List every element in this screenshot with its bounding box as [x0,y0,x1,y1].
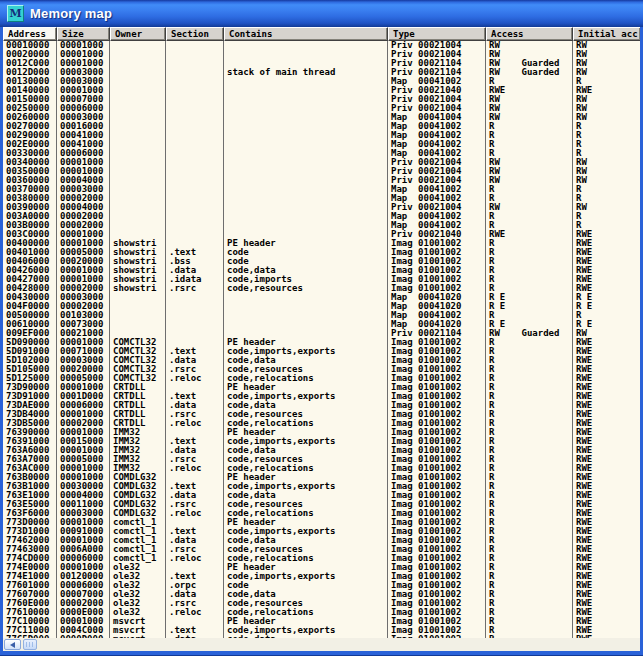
table-row[interactable]: 5D09100000071000COMCTL32.textcode,import… [3,347,640,356]
table-row[interactable]: 0012C00000001000Priv 00021104RW GuardedR… [3,59,640,68]
titlebar[interactable]: M Memory map [0,0,643,27]
table-row[interactable]: 5D10500000020000COMCTL32.rsrccode,resour… [3,365,640,374]
table-row[interactable]: 773D000000001000comctl_1PE headerImag 01… [3,518,640,527]
table-row[interactable]: 0025000000006000Priv 00021004RWRW [3,104,640,113]
table-row[interactable]: 0029000000041000Map 00041002RR [3,131,640,140]
table-row[interactable]: 763A700000005000IMM32.rsrccode,resources… [3,455,640,464]
table-row[interactable]: 0037000000003000Map 00041002RR [3,185,640,194]
cell-section [166,185,224,194]
cell-access: R [486,527,573,536]
table-row[interactable]: 0033000000006000Map 00041002RR [3,149,640,158]
table-row[interactable]: 763A600000001000IMM32.datacode,dataImag … [3,446,640,455]
table-row[interactable]: 0035000000001000Priv 00021004RWRW [3,167,640,176]
cell-size: 00001000 [57,50,110,59]
table-row[interactable]: 763B000000001000COMDLG32PE headerImag 01… [3,473,640,482]
cell-type: Imag 01001002 [388,338,486,347]
table-row[interactable]: 773D100000091000comctl_1.textcode,import… [3,527,640,536]
table-row[interactable]: 774CD00000006000comctl_1.reloccode,reloc… [3,554,640,563]
table-row[interactable]: 003A000000002000Map 00041002RR [3,212,640,221]
table-row[interactable]: 0012D00000003000stack of main threadPriv… [3,68,640,77]
table-row[interactable]: 0042700000001000showstri.idatacode,impor… [3,275,640,284]
table-row[interactable]: 0043000000003000Map 00041020R ER E [3,293,640,302]
cell-owner: showstri [110,266,166,275]
table-row[interactable]: 763E100000004000COMDLG32.datacode,dataIm… [3,491,640,500]
cell-address: 77607000 [3,590,57,599]
horizontal-scrollbar[interactable] [3,638,640,651]
column-header-owner[interactable]: Owner [110,27,166,41]
table-row[interactable]: 5D10200000003000COMCTL32.datacode,dataIm… [3,356,640,365]
table-row[interactable]: 0027000000016000Map 00041002RR [3,122,640,131]
table-row[interactable]: 002E000000041000Map 00041002RR [3,140,640,149]
column-header-type[interactable]: Type [388,27,486,41]
table-row[interactable]: 5D09000000001000COMCTL32PE headerImag 01… [3,338,640,347]
cell-address: 763F6000 [3,509,57,518]
cell-initial-access: RWE [573,455,640,464]
table-row[interactable]: 003B000000002000Map 00041002RR [3,221,640,230]
cell-section: .reloc [166,509,224,518]
table-row[interactable]: 0050000000103000Map 00041002RR [3,311,640,320]
table-row[interactable]: 763F600000003000COMDLG32.reloccode,reloc… [3,509,640,518]
cell-owner: COMCTL32 [110,356,166,365]
table-row[interactable]: 763E500000011000COMDLG32.rsrccode,resour… [3,500,640,509]
table-row[interactable]: 004F000000002000Map 00041020R ER E [3,302,640,311]
table-row[interactable]: 7760700000007000ole32.datacode,dataImag … [3,590,640,599]
table-row[interactable]: 7639000000001000IMM32PE headerImag 01001… [3,428,640,437]
scrollbar-thumb[interactable] [23,639,37,650]
table-row[interactable]: 0026000000003000Map 00041004RWRW [3,113,640,122]
table-row[interactable]: 77C110000004C000msvcrt.textcode,imports,… [3,626,640,635]
column-header-initial-access[interactable]: Initial acc [573,27,640,41]
table-row[interactable]: 763AC00000001000IMM32.reloccode,relocati… [3,464,640,473]
table-row[interactable]: 0040100000005000showstri.textcodeImag 01… [3,248,640,257]
table-row[interactable]: 73D9000000001000CRTDLLPE headerImag 0100… [3,383,640,392]
table-row[interactable]: 77C1000000001000msvcrtPE headerImag 0100… [3,617,640,626]
table-row[interactable]: 009EF00000021000Priv 00021104RW GuardedR… [3,329,640,338]
table-row[interactable]: 003C000000001000Priv 00021040RWERWE [3,230,640,239]
cell-address: 5D090000 [3,338,57,347]
scroll-left-button[interactable] [4,639,21,650]
column-header-address[interactable]: Address [3,27,57,41]
cell-access: RW Guarded [486,68,573,77]
cell-section: .rsrc [166,365,224,374]
table-row[interactable]: 73D910000001D000CRTDLL.textcode,imports,… [3,392,640,401]
cell-size: 00120000 [57,572,110,581]
table-row[interactable]: 0040600000020000showstri.bsscodeImag 010… [3,257,640,266]
cell-size: 00005000 [57,374,110,383]
table-row[interactable]: 7639100000015000IMM32.textcode,imports,e… [3,437,640,446]
table-row[interactable]: 0042600000001000showstri.datacode,dataIm… [3,266,640,275]
table-row[interactable]: 73DB400000001000CRTDLL.rsrccode,resource… [3,410,640,419]
table-row[interactable]: 0042800000002000showstri.rsrccode,resour… [3,284,640,293]
table-row[interactable]: 5D12500000005000COMCTL32.reloccode,reloc… [3,374,640,383]
table-row[interactable]: 0015000000007000Priv 00021004RWRW [3,95,640,104]
cell-section: .data [166,491,224,500]
cell-access: R [486,455,573,464]
cell-size: 0001D000 [57,392,110,401]
table-row[interactable]: 774E100000120000ole32.textcode,imports,e… [3,572,640,581]
table-row[interactable]: 774E000000001000ole32PE headerImag 01001… [3,563,640,572]
table-row[interactable]: 0061000000073000Map 00041020R ER E [3,320,640,329]
column-header-size[interactable]: Size [57,27,110,41]
column-header-access[interactable]: Access [486,27,573,41]
table-row[interactable]: 73DAE00000006000CRTDLL.datacode,dataImag… [3,401,640,410]
cell-size: 00006000 [57,401,110,410]
column-header-contains[interactable]: Contains [224,27,388,41]
table-row[interactable]: 73DB500000002000CRTDLL.reloccode,relocat… [3,419,640,428]
table-row[interactable]: 0034000000001000Priv 00021004RWRW [3,158,640,167]
cell-owner: COMCTL32 [110,365,166,374]
table-row[interactable]: 0036000000004000Priv 00021004RWRW [3,176,640,185]
table-row[interactable]: 763B100000030000COMDLG32.textcode,import… [3,482,640,491]
column-header-section[interactable]: Section [166,27,224,41]
table-row[interactable]: 7760E00000002000ole32.rsrccode,resources… [3,599,640,608]
table-row[interactable]: 7746200000001000comctl_1.datacode,dataIm… [3,536,640,545]
table-row[interactable]: 0014000000001000Priv 00021040RWERWE [3,86,640,95]
table-row[interactable]: 774630000006A000comctl_1.rsrccode,resour… [3,545,640,554]
table-row[interactable]: 0038000000002000Map 00041002RR [3,194,640,203]
cell-section [166,158,224,167]
table-row[interactable]: 0001000000001000Priv 00021004RWRW [3,41,640,50]
table-row[interactable]: 776100000000E000ole32.reloccode,relocati… [3,608,640,617]
table-row[interactable]: 0039000000004000Priv 00021004RWRW [3,203,640,212]
table-row[interactable]: 0013000000003000Map 00041002RR [3,77,640,86]
table-row[interactable]: 7760100000006000ole32.orpccodeImag 01001… [3,581,640,590]
cell-type: Imag 01001002 [388,446,486,455]
table-row[interactable]: 0002000000001000Priv 00021004RWRW [3,50,640,59]
table-row[interactable]: 0040000000001000showstriPE headerImag 01… [3,239,640,248]
